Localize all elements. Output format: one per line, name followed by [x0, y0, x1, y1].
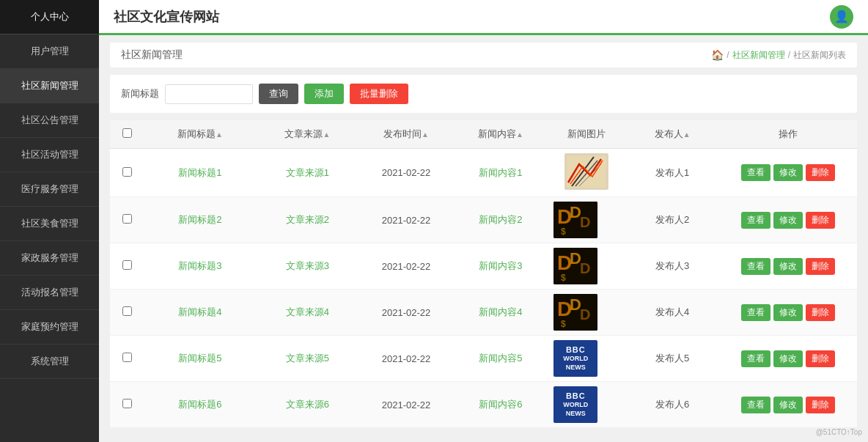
row-content: 新闻内容1: [453, 149, 548, 197]
row-content: 新闻内容4: [453, 290, 548, 336]
breadcrumb-sep2: /: [788, 50, 790, 60]
sidebar-item-community-news[interactable]: 社区新闻管理: [0, 69, 99, 103]
query-button[interactable]: 查询: [259, 84, 298, 104]
action-group: 查看 修改 删除: [726, 304, 851, 321]
watermark: @51CTO↑Top: [816, 428, 862, 436]
delete-button-1[interactable]: 删除: [806, 164, 835, 181]
search-input[interactable]: [165, 84, 253, 104]
row-checkbox-2[interactable]: [122, 214, 132, 224]
action-group: 查看 修改 删除: [726, 258, 851, 275]
view-button-2[interactable]: 查看: [741, 212, 770, 229]
row-checkbox-6[interactable]: [122, 399, 132, 408]
row-action-cell: 查看 修改 删除: [720, 149, 857, 197]
view-button-3[interactable]: 查看: [741, 258, 770, 275]
row-action-cell: 查看 修改 删除: [720, 197, 857, 243]
row-source: 文章来源6: [256, 382, 359, 428]
sidebar-item-community-activity[interactable]: 社区活动管理: [0, 138, 99, 172]
row-checkbox-3[interactable]: [122, 260, 132, 270]
row-title: 新闻标题1: [144, 149, 256, 197]
edit-button-5[interactable]: 修改: [773, 350, 803, 367]
row-checkbox-cell: [110, 290, 144, 336]
main-area: 社区文化宣传网站 👤 社区新闻管理 🏠 / 社区新闻管理 / 社区新闻列表 新闻…: [99, 0, 868, 442]
row-source: 文章来源3: [256, 243, 359, 290]
row-checkbox-4[interactable]: [122, 306, 132, 316]
edit-button-1[interactable]: 修改: [773, 164, 803, 181]
col-action-header: 操作: [720, 120, 857, 149]
table-row: 新闻标题1 文章来源1 2021-02-22 新闻内容1 发布人1 查看 修改 …: [110, 149, 857, 197]
delete-button-6[interactable]: 删除: [806, 397, 835, 413]
sidebar-item-activity-signup[interactable]: 活动报名管理: [0, 276, 99, 310]
row-content: 新闻内容2: [453, 197, 548, 243]
breadcrumb-sep1: /: [727, 50, 729, 60]
col-content-header[interactable]: 新闻内容▲: [453, 120, 548, 149]
row-image-cell: D D D $: [548, 290, 625, 336]
row-checkbox-1[interactable]: [122, 167, 132, 177]
sidebar-item-system-mgmt[interactable]: 系统管理: [0, 345, 99, 379]
col-title-header[interactable]: 新闻标题▲: [144, 120, 256, 149]
svg-text:D: D: [580, 260, 590, 276]
delete-button-2[interactable]: 删除: [806, 212, 835, 229]
row-image-cell: D D D $: [548, 243, 625, 290]
svg-text:D: D: [580, 306, 590, 323]
row-title: 新闻标题2: [144, 197, 256, 243]
row-author: 发布人6: [625, 382, 720, 428]
row-checkbox-cell: [110, 149, 144, 197]
select-all-checkbox[interactable]: [122, 128, 132, 138]
row-author: 发布人5: [625, 336, 720, 382]
edit-button-6[interactable]: 修改: [773, 397, 803, 413]
home-icon[interactable]: 🏠: [711, 49, 724, 61]
add-button[interactable]: 添加: [304, 84, 344, 104]
table-row: 新闻标题6 文章来源6 2021-02-22 新闻内容6 BBCWORLDNEW…: [110, 382, 857, 428]
view-button-6[interactable]: 查看: [741, 397, 770, 413]
edit-button-3[interactable]: 修改: [773, 258, 803, 275]
table-row: 新闻标题4 文章来源4 2021-02-22 新闻内容4 D D D $ 发布人…: [110, 290, 857, 336]
row-date: 2021-02-22: [359, 382, 454, 428]
view-button-4[interactable]: 查看: [741, 304, 770, 321]
sidebar-header: 个人中心: [0, 0, 99, 34]
sidebar: 个人中心 用户管理社区新闻管理社区公告管理社区活动管理医疗服务管理社区美食管理家…: [0, 0, 99, 442]
row-author: 发布人1: [625, 149, 720, 197]
sidebar-item-community-food[interactable]: 社区美食管理: [0, 207, 99, 241]
row-action-cell: 查看 修改 删除: [720, 336, 857, 382]
row-image-cell: [548, 149, 625, 197]
row-checkbox-5[interactable]: [122, 353, 132, 362]
edit-button-4[interactable]: 修改: [773, 304, 803, 321]
news-table-wrap: 新闻标题▲ 文章来源▲ 发布时间▲ 新闻内容▲ 新闻图片 发布人▲ 操作 新闻标…: [110, 120, 857, 428]
col-author-header[interactable]: 发布人▲: [625, 120, 720, 149]
view-button-1[interactable]: 查看: [741, 164, 770, 181]
row-date: 2021-02-22: [359, 290, 454, 336]
row-action-cell: 查看 修改 删除: [720, 290, 857, 336]
sidebar-item-user-mgmt[interactable]: 用户管理: [0, 34, 99, 69]
action-group: 查看 修改 删除: [726, 164, 851, 181]
table-row: 新闻标题2 文章来源2 2021-02-22 新闻内容2 D D D $ 发布人…: [110, 197, 857, 243]
app-title: 社区文化宣传网站: [114, 8, 219, 26]
row-date: 2021-02-22: [359, 243, 454, 290]
delete-button-5[interactable]: 删除: [806, 350, 835, 367]
breadcrumb-nav: 🏠 / 社区新闻管理 / 社区新闻列表: [711, 49, 846, 62]
row-checkbox-cell: [110, 382, 144, 428]
edit-button-2[interactable]: 修改: [773, 212, 803, 229]
user-avatar[interactable]: 👤: [830, 5, 853, 29]
table-row: 新闻标题5 文章来源5 2021-02-22 新闻内容5 BBCWORLDNEW…: [110, 336, 857, 382]
col-source-header[interactable]: 文章来源▲: [256, 120, 359, 149]
row-checkbox-cell: [110, 336, 144, 382]
sidebar-item-community-notice[interactable]: 社区公告管理: [0, 103, 99, 138]
sidebar-item-housework-service[interactable]: 家政服务管理: [0, 241, 99, 276]
row-content: 新闻内容3: [453, 243, 548, 290]
table-row: 新闻标题3 文章来源3 2021-02-22 新闻内容3 D D D $ 发布人…: [110, 243, 857, 290]
toolbar: 新闻标题 查询 添加 批量删除: [110, 75, 857, 113]
sidebar-item-medical-service[interactable]: 医疗服务管理: [0, 172, 99, 207]
row-source: 文章来源1: [256, 149, 359, 197]
batch-delete-button[interactable]: 批量删除: [350, 84, 408, 104]
breadcrumb-news-mgmt[interactable]: 社区新闻管理: [732, 49, 785, 62]
table-header-row: 新闻标题▲ 文章来源▲ 发布时间▲ 新闻内容▲ 新闻图片 发布人▲ 操作: [110, 120, 857, 149]
row-title: 新闻标题6: [144, 382, 256, 428]
row-action-cell: 查看 修改 删除: [720, 382, 857, 428]
view-button-5[interactable]: 查看: [741, 350, 770, 367]
sidebar-item-home-reservation[interactable]: 家庭预约管理: [0, 310, 99, 345]
row-title: 新闻标题5: [144, 336, 256, 382]
delete-button-4[interactable]: 删除: [806, 304, 835, 321]
svg-text:$: $: [561, 226, 566, 237]
col-date-header[interactable]: 发布时间▲: [359, 120, 454, 149]
delete-button-3[interactable]: 删除: [806, 258, 835, 275]
